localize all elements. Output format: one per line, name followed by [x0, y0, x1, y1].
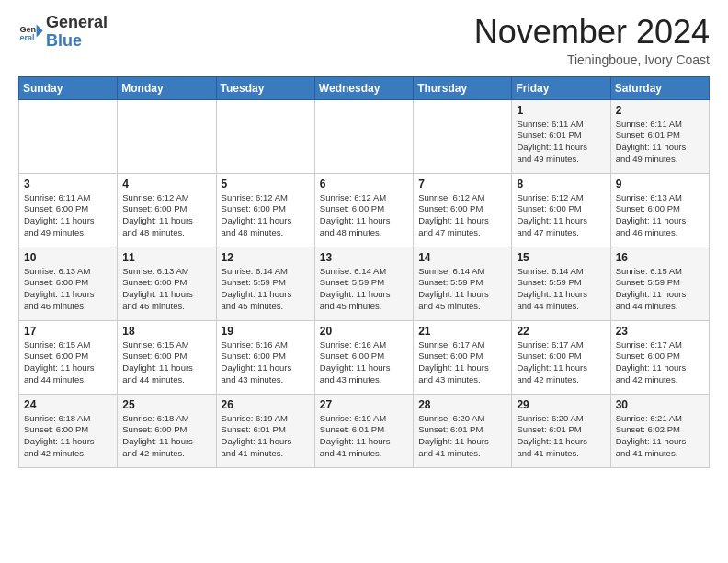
day-info: Sunrise: 6:13 AM Sunset: 6:00 PM Dayligh… — [122, 266, 210, 313]
day-info: Sunrise: 6:14 AM Sunset: 5:59 PM Dayligh… — [517, 266, 605, 313]
calendar-cell: 4Sunrise: 6:12 AM Sunset: 6:00 PM Daylig… — [118, 173, 216, 247]
calendar-cell: 17Sunrise: 6:15 AM Sunset: 6:00 PM Dayli… — [19, 320, 118, 394]
day-info: Sunrise: 6:21 AM Sunset: 6:02 PM Dayligh… — [616, 413, 704, 460]
calendar-cell: 13Sunrise: 6:14 AM Sunset: 5:59 PM Dayli… — [314, 247, 413, 320]
calendar-cell — [118, 99, 216, 173]
calendar-week-row: 10Sunrise: 6:13 AM Sunset: 6:00 PM Dayli… — [19, 247, 710, 320]
title-block: November 2024 Tieningboue, Ivory Coast — [474, 14, 710, 67]
day-info: Sunrise: 6:20 AM Sunset: 6:01 PM Dayligh… — [517, 413, 605, 460]
calendar-cell: 19Sunrise: 6:16 AM Sunset: 6:00 PM Dayli… — [216, 320, 314, 394]
logo-icon: Gen eral — [18, 19, 44, 45]
page: Gen eral General Blue November 2024 Tien… — [0, 0, 728, 563]
day-info: Sunrise: 6:11 AM Sunset: 6:01 PM Dayligh… — [616, 119, 704, 166]
day-info: Sunrise: 6:17 AM Sunset: 6:00 PM Dayligh… — [517, 339, 605, 386]
logo-blue: Blue — [46, 31, 82, 50]
day-number: 19 — [222, 325, 310, 338]
svg-marker-2 — [37, 24, 43, 37]
day-info: Sunrise: 6:14 AM Sunset: 5:59 PM Dayligh… — [418, 266, 506, 313]
calendar-cell: 16Sunrise: 6:15 AM Sunset: 5:59 PM Dayli… — [610, 247, 709, 320]
calendar-header-saturday: Saturday — [610, 76, 709, 99]
day-number: 27 — [320, 398, 408, 411]
day-number: 13 — [320, 251, 408, 264]
calendar-cell — [314, 99, 413, 173]
day-number: 7 — [418, 178, 506, 190]
day-info: Sunrise: 6:12 AM Sunset: 6:00 PM Dayligh… — [222, 192, 310, 239]
calendar-cell: 2Sunrise: 6:11 AM Sunset: 6:01 PM Daylig… — [610, 99, 709, 173]
calendar-cell: 9Sunrise: 6:13 AM Sunset: 6:00 PM Daylig… — [610, 173, 709, 247]
day-number: 24 — [24, 398, 112, 411]
day-info: Sunrise: 6:11 AM Sunset: 6:01 PM Dayligh… — [517, 119, 605, 166]
day-number: 10 — [24, 251, 112, 264]
day-number: 29 — [517, 398, 605, 411]
day-number: 14 — [418, 251, 506, 264]
day-number: 16 — [616, 251, 704, 264]
day-info: Sunrise: 6:15 AM Sunset: 5:59 PM Dayligh… — [616, 266, 704, 313]
calendar-cell: 1Sunrise: 6:11 AM Sunset: 6:01 PM Daylig… — [512, 99, 610, 173]
svg-text:eral: eral — [19, 33, 34, 42]
day-info: Sunrise: 6:17 AM Sunset: 6:00 PM Dayligh… — [616, 339, 704, 386]
calendar-cell: 24Sunrise: 6:18 AM Sunset: 6:00 PM Dayli… — [19, 394, 118, 467]
calendar-cell: 10Sunrise: 6:13 AM Sunset: 6:00 PM Dayli… — [19, 247, 118, 320]
calendar-cell — [414, 99, 512, 173]
day-info: Sunrise: 6:13 AM Sunset: 6:00 PM Dayligh… — [24, 266, 112, 313]
calendar-cell: 15Sunrise: 6:14 AM Sunset: 5:59 PM Dayli… — [512, 247, 610, 320]
day-number: 2 — [616, 104, 704, 117]
calendar-cell: 11Sunrise: 6:13 AM Sunset: 6:00 PM Dayli… — [118, 247, 216, 320]
day-number: 23 — [616, 325, 704, 338]
day-info: Sunrise: 6:12 AM Sunset: 6:00 PM Dayligh… — [517, 192, 605, 239]
calendar-week-row: 24Sunrise: 6:18 AM Sunset: 6:00 PM Dayli… — [19, 394, 710, 467]
day-info: Sunrise: 6:19 AM Sunset: 6:01 PM Dayligh… — [222, 413, 310, 460]
calendar-cell: 29Sunrise: 6:20 AM Sunset: 6:01 PM Dayli… — [512, 394, 610, 467]
calendar-cell: 6Sunrise: 6:12 AM Sunset: 6:00 PM Daylig… — [314, 173, 413, 247]
day-info: Sunrise: 6:12 AM Sunset: 6:00 PM Dayligh… — [418, 192, 506, 239]
day-number: 9 — [616, 178, 704, 190]
day-number: 18 — [122, 325, 210, 338]
day-info: Sunrise: 6:15 AM Sunset: 6:00 PM Dayligh… — [122, 339, 210, 386]
calendar-cell: 7Sunrise: 6:12 AM Sunset: 6:00 PM Daylig… — [414, 173, 512, 247]
calendar-cell: 25Sunrise: 6:18 AM Sunset: 6:00 PM Dayli… — [118, 394, 216, 467]
day-info: Sunrise: 6:15 AM Sunset: 6:00 PM Dayligh… — [24, 339, 112, 386]
day-number: 15 — [517, 251, 605, 264]
calendar-header-sunday: Sunday — [19, 76, 118, 99]
logo-general: General — [46, 13, 108, 31]
day-number: 6 — [320, 178, 408, 190]
day-number: 1 — [517, 104, 605, 117]
calendar-cell: 30Sunrise: 6:21 AM Sunset: 6:02 PM Dayli… — [610, 394, 709, 467]
header: Gen eral General Blue November 2024 Tien… — [18, 14, 710, 67]
calendar-cell: 28Sunrise: 6:20 AM Sunset: 6:01 PM Dayli… — [414, 394, 512, 467]
day-info: Sunrise: 6:11 AM Sunset: 6:00 PM Dayligh… — [24, 192, 112, 239]
logo: Gen eral General Blue — [18, 14, 108, 51]
calendar-week-row: 3Sunrise: 6:11 AM Sunset: 6:00 PM Daylig… — [19, 173, 710, 247]
calendar-cell: 3Sunrise: 6:11 AM Sunset: 6:00 PM Daylig… — [19, 173, 118, 247]
day-info: Sunrise: 6:17 AM Sunset: 6:00 PM Dayligh… — [418, 339, 506, 386]
day-number: 12 — [222, 251, 310, 264]
day-info: Sunrise: 6:14 AM Sunset: 5:59 PM Dayligh… — [222, 266, 310, 313]
calendar-cell — [19, 99, 118, 173]
day-number: 3 — [24, 178, 112, 190]
calendar-header-wednesday: Wednesday — [314, 76, 413, 99]
logo-text: General Blue — [46, 14, 108, 51]
day-number: 8 — [517, 178, 605, 190]
day-number: 25 — [122, 398, 210, 411]
day-info: Sunrise: 6:12 AM Sunset: 6:00 PM Dayligh… — [320, 192, 408, 239]
calendar-cell — [216, 99, 314, 173]
day-info: Sunrise: 6:12 AM Sunset: 6:00 PM Dayligh… — [122, 192, 210, 239]
calendar-header-tuesday: Tuesday — [216, 76, 314, 99]
calendar-cell: 26Sunrise: 6:19 AM Sunset: 6:01 PM Dayli… — [216, 394, 314, 467]
calendar-cell: 22Sunrise: 6:17 AM Sunset: 6:00 PM Dayli… — [512, 320, 610, 394]
calendar-week-row: 1Sunrise: 6:11 AM Sunset: 6:01 PM Daylig… — [19, 99, 710, 173]
day-info: Sunrise: 6:16 AM Sunset: 6:00 PM Dayligh… — [222, 339, 310, 386]
calendar-cell: 12Sunrise: 6:14 AM Sunset: 5:59 PM Dayli… — [216, 247, 314, 320]
day-number: 21 — [418, 325, 506, 338]
calendar-cell: 5Sunrise: 6:12 AM Sunset: 6:00 PM Daylig… — [216, 173, 314, 247]
month-title: November 2024 — [474, 14, 710, 51]
day-info: Sunrise: 6:20 AM Sunset: 6:01 PM Dayligh… — [418, 413, 506, 460]
calendar-cell: 27Sunrise: 6:19 AM Sunset: 6:01 PM Dayli… — [314, 394, 413, 467]
calendar-header-friday: Friday — [512, 76, 610, 99]
day-info: Sunrise: 6:13 AM Sunset: 6:00 PM Dayligh… — [616, 192, 704, 239]
location: Tieningboue, Ivory Coast — [474, 52, 710, 67]
calendar-cell: 14Sunrise: 6:14 AM Sunset: 5:59 PM Dayli… — [414, 247, 512, 320]
day-info: Sunrise: 6:18 AM Sunset: 6:00 PM Dayligh… — [122, 413, 210, 460]
day-info: Sunrise: 6:14 AM Sunset: 5:59 PM Dayligh… — [320, 266, 408, 313]
day-number: 20 — [320, 325, 408, 338]
